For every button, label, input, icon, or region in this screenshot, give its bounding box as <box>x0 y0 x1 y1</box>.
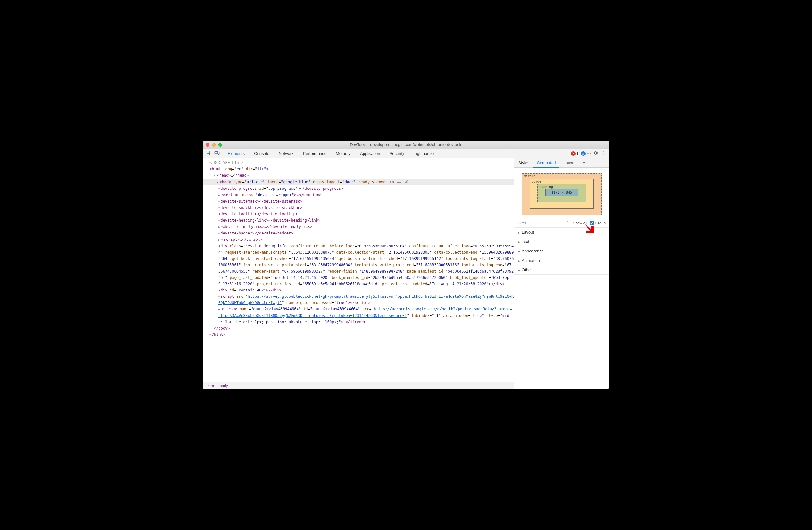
dom-devsite-progress[interactable]: <devsite-progress id="app-progress"></de… <box>203 185 514 192</box>
dom-section[interactable]: <section class="devsite-wrapper">…</sect… <box>203 192 514 198</box>
group-checkbox[interactable]: Group <box>590 221 606 225</box>
computed-sections: Layout Text Appearance Animation Other <box>514 227 609 389</box>
dom-script-survey[interactable]: <script src="https://survey.g.doubleclic… <box>203 293 514 306</box>
dom-analytics[interactable]: <devsite-analytics>…</devsite-analytics> <box>203 223 514 230</box>
tab-more[interactable]: » <box>579 158 589 167</box>
dom-doctype[interactable]: <!DOCTYPE html> <box>203 159 514 166</box>
dom-tooltip[interactable]: <devsite-tooltip></devsite-tooltip> <box>203 211 514 217</box>
traffic-lights <box>206 143 222 147</box>
svg-rect-2 <box>218 152 219 154</box>
section-animation[interactable]: Animation <box>514 256 609 265</box>
computed-sidebar: Styles Computed Layout » margin - - bord… <box>514 158 609 389</box>
tab-computed[interactable]: Computed <box>533 158 560 167</box>
tab-styles[interactable]: Styles <box>514 158 533 167</box>
tab-security[interactable]: Security <box>385 149 409 158</box>
tab-performance[interactable]: Performance <box>299 149 331 158</box>
tab-elements[interactable]: Elements <box>223 149 249 158</box>
svg-rect-1 <box>215 151 218 154</box>
breadcrumb: html body <box>203 382 514 389</box>
svg-point-5 <box>603 154 604 155</box>
content-size: 1171 × 845 <box>545 189 578 196</box>
dom-head[interactable]: <head>…</head> <box>203 172 514 179</box>
tab-lighthouse[interactable]: Lighthouse <box>409 149 439 158</box>
section-appearance[interactable]: Appearance <box>514 247 609 256</box>
error-icon: ✕ <box>571 151 576 156</box>
dom-html-open[interactable]: <html lang="en" dir="ltr"> <box>203 166 514 172</box>
dom-body-close[interactable]: </body> <box>203 325 514 331</box>
box-model[interactable]: margin - - border - - padding - - <box>514 168 609 219</box>
section-text[interactable]: Text <box>514 237 609 247</box>
dom-html-close[interactable]: </html> <box>203 331 514 338</box>
breadcrumb-html[interactable]: html <box>205 383 217 388</box>
tab-layout[interactable]: Layout <box>560 158 579 167</box>
dom-script-1[interactable]: <script>…</script> <box>203 236 514 243</box>
dom-iframe[interactable]: <iframe name="oauth2relay438944664" id="… <box>203 306 514 325</box>
dom-heading-link[interactable]: <devsite-heading-link></devsite-heading-… <box>203 217 514 223</box>
issues-icon: ▤ <box>581 151 585 156</box>
devtools-window: DevTools - developers.google.com/web/too… <box>203 141 609 389</box>
breadcrumb-body[interactable]: body <box>217 383 231 388</box>
more-icon[interactable] <box>601 151 606 156</box>
section-other[interactable]: Other <box>514 265 609 275</box>
titlebar: DevTools - developers.google.com/web/too… <box>203 141 609 149</box>
panel-tabs: Elements Console Network Performance Mem… <box>223 149 438 158</box>
issues-count: 20 <box>586 151 591 156</box>
svg-point-4 <box>603 153 604 154</box>
device-toggle-icon[interactable] <box>215 151 219 156</box>
dom-sitemask[interactable]: <devsite-sitemask></devsite-sitemask> <box>203 198 514 205</box>
tab-application[interactable]: Application <box>356 149 385 158</box>
tab-network[interactable]: Network <box>274 149 299 158</box>
error-count: 1 <box>577 151 579 156</box>
minimize-button[interactable] <box>212 143 216 147</box>
tab-console[interactable]: Console <box>249 149 274 158</box>
filter-row: Show all Group <box>514 219 609 227</box>
dom-debug-div[interactable]: <div class="devsite-debug-info" configur… <box>203 243 514 287</box>
dom-body-selected[interactable]: ⋯<body type="article" theme="google-blue… <box>203 179 514 185</box>
inspect-icon[interactable] <box>206 151 211 156</box>
zoom-button[interactable] <box>218 143 222 147</box>
sidebar-tabs: Styles Computed Layout » <box>514 158 609 168</box>
elements-panel: <!DOCTYPE html> <html lang="en" dir="ltr… <box>203 158 514 389</box>
dom-badger[interactable]: <devsite-badger></devsite-badger> <box>203 230 514 236</box>
filter-input[interactable] <box>518 221 537 225</box>
issues-badge[interactable]: ▤ 20 <box>581 151 591 156</box>
show-all-checkbox[interactable]: Show all <box>567 221 587 225</box>
window-title: DevTools - developers.google.com/web/too… <box>203 142 609 147</box>
settings-icon[interactable] <box>593 151 598 156</box>
border-label: border <box>532 180 543 183</box>
close-button[interactable] <box>206 143 209 147</box>
padding-label: padding <box>540 185 553 189</box>
error-badge[interactable]: ✕ 1 <box>571 151 579 156</box>
dom-snackbar[interactable]: <devsite-snackbar></devsite-snackbar> <box>203 205 514 211</box>
tab-memory[interactable]: Memory <box>331 149 356 158</box>
section-layout[interactable]: Layout <box>514 227 609 237</box>
margin-label: margin <box>524 175 535 178</box>
dom-contain-div[interactable]: <div id="contain-402"></div> <box>203 287 514 293</box>
devtools-toolbar: Elements Console Network Performance Mem… <box>203 149 609 158</box>
main-panels: <!DOCTYPE html> <html lang="en" dir="ltr… <box>203 158 609 389</box>
dom-tree[interactable]: <!DOCTYPE html> <html lang="en" dir="ltr… <box>203 158 514 382</box>
svg-point-3 <box>603 151 604 152</box>
